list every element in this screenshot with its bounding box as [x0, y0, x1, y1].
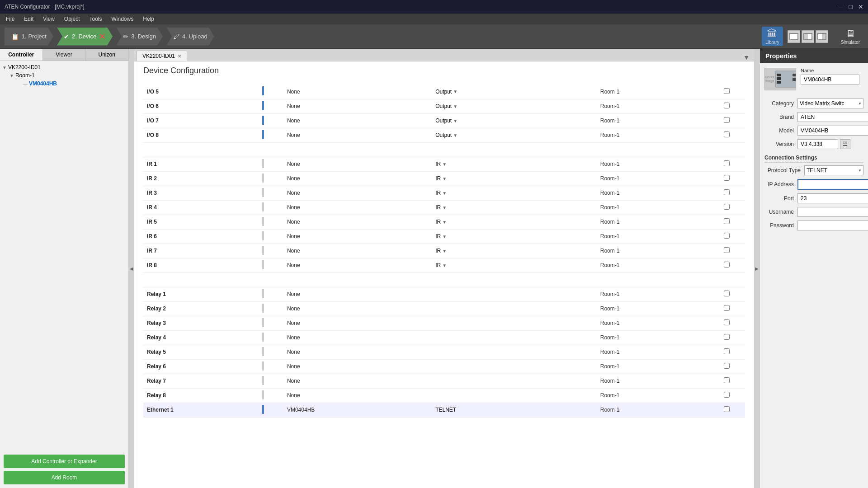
name-input[interactable]: [801, 75, 859, 84]
row-connector: [259, 171, 283, 186]
row-type: [432, 287, 597, 301]
layout-buttons: [788, 30, 828, 43]
row-type-dropdown[interactable]: ▼: [442, 249, 447, 253]
library-button[interactable]: 🏛 Library: [762, 27, 783, 46]
model-input[interactable]: [797, 126, 868, 136]
row-checkbox[interactable]: [724, 233, 730, 239]
row-room: Room-1: [597, 244, 720, 258]
connection-settings-title: Connection Settings: [764, 155, 863, 163]
row-type-dropdown[interactable]: ▼: [442, 191, 447, 196]
row-room: Room-1: [597, 345, 720, 359]
row-type-dropdown[interactable]: ▼: [453, 89, 458, 94]
row-checkbox[interactable]: [724, 291, 730, 296]
layout-button-1[interactable]: [788, 30, 800, 43]
port-row: Port: [764, 193, 863, 203]
tree-device-item[interactable]: — VM0404HB: [9, 80, 126, 88]
row-value: None: [283, 330, 432, 345]
row-checkbox[interactable]: [724, 247, 730, 253]
row-name: IR 1: [143, 157, 259, 171]
right-panel-collapse[interactable]: ▶: [754, 49, 760, 488]
row-checkbox[interactable]: [724, 160, 730, 166]
row-name: Relay 5: [143, 345, 259, 359]
step-device[interactable]: ✔ 2. Device ✕: [57, 28, 113, 46]
row-checkbox[interactable]: [724, 117, 730, 123]
tab-close-button[interactable]: ✕: [178, 54, 181, 59]
category-select-wrapper: Video Matrix Switc: [797, 99, 863, 108]
protocol-select[interactable]: TELNET: [804, 165, 863, 175]
username-input[interactable]: [797, 207, 868, 217]
upload-icon: 🖊: [173, 33, 179, 40]
row-type-dropdown[interactable]: ▼: [442, 176, 447, 181]
row-checkbox[interactable]: [724, 262, 730, 267]
row-type: IR▼: [432, 229, 597, 244]
tab-unizon[interactable]: Unizon: [85, 49, 128, 61]
row-checkbox[interactable]: [724, 363, 730, 369]
close-button[interactable]: ✕: [858, 3, 863, 10]
tab-controller[interactable]: Controller: [0, 49, 43, 61]
row-checkbox[interactable]: [724, 175, 730, 181]
row-type-dropdown[interactable]: ▼: [442, 234, 447, 239]
password-input[interactable]: [797, 221, 868, 230]
row-checkbox[interactable]: [724, 204, 730, 210]
row-checkbox[interactable]: [724, 189, 730, 195]
menu-file[interactable]: File: [2, 15, 18, 23]
tree-room-item[interactable]: ▼ Room-1: [9, 71, 126, 80]
menu-edit[interactable]: Edit: [20, 15, 37, 23]
version-menu-button[interactable]: ☰: [840, 139, 850, 149]
row-type-dropdown[interactable]: ▼: [442, 205, 447, 210]
menu-object[interactable]: Object: [61, 15, 84, 23]
row-checkbox[interactable]: [724, 348, 730, 354]
menu-tools[interactable]: Tools: [86, 15, 106, 23]
tree-device-dash: —: [23, 81, 28, 86]
minimize-button[interactable]: ─: [839, 3, 844, 10]
version-input[interactable]: [797, 139, 838, 149]
brand-input[interactable]: [797, 112, 868, 122]
row-type-dropdown[interactable]: ▼: [453, 118, 458, 123]
row-value: None: [283, 200, 432, 215]
tab-viewer[interactable]: Viewer: [43, 49, 86, 61]
layout-button-3[interactable]: [816, 30, 828, 43]
row-type-dropdown[interactable]: ▼: [442, 162, 447, 167]
row-type: [432, 301, 597, 316]
row-checkbox[interactable]: [724, 218, 730, 224]
add-controller-button[interactable]: Add Controller or Expander: [4, 455, 125, 468]
device-tab[interactable]: VK2200-ID01 ✕: [137, 51, 187, 61]
menu-view[interactable]: View: [39, 15, 58, 23]
row-checkbox[interactable]: [724, 377, 730, 383]
row-type: [432, 316, 597, 330]
tree-root[interactable]: ▼ VK2200-ID01: [2, 63, 126, 71]
row-checkbox[interactable]: [724, 131, 730, 137]
row-name: IR 8: [143, 258, 259, 272]
row-type-dropdown[interactable]: ▼: [442, 220, 447, 225]
menu-windows[interactable]: Windows: [108, 15, 137, 23]
step-project[interactable]: 📋 1. Project: [5, 28, 53, 46]
step-upload[interactable]: 🖊 4. Upload: [166, 28, 214, 46]
simulator-button[interactable]: 🖥 Simulator: [837, 27, 863, 46]
row-checkbox-cell: [720, 157, 745, 171]
ip-address-input[interactable]: [797, 179, 868, 190]
tab-dropdown-arrow[interactable]: ▼: [743, 54, 750, 61]
row-checkbox-cell: [720, 345, 745, 359]
row-type: TELNET: [432, 403, 597, 417]
category-select[interactable]: Video Matrix Switc: [797, 99, 863, 108]
menu-help[interactable]: Help: [139, 15, 158, 23]
row-type-dropdown[interactable]: ▼: [453, 133, 458, 138]
titlebar-controls[interactable]: ─ □ ✕: [839, 3, 863, 10]
row-type-dropdown[interactable]: ▼: [453, 104, 458, 109]
row-checkbox[interactable]: [724, 392, 730, 398]
row-checkbox[interactable]: [724, 88, 730, 94]
password-label: Password: [764, 222, 794, 229]
menubar: File Edit View Object Tools Windows Help: [0, 14, 868, 24]
row-checkbox[interactable]: [724, 305, 730, 311]
row-checkbox[interactable]: [724, 319, 730, 325]
sidebar-collapse-handle[interactable]: ◀: [129, 49, 134, 488]
row-type-dropdown[interactable]: ▼: [442, 263, 447, 268]
row-checkbox[interactable]: [724, 103, 730, 108]
row-checkbox[interactable]: [724, 334, 730, 340]
add-room-button[interactable]: Add Room: [4, 471, 125, 484]
step-design[interactable]: ✏ 3. Design: [116, 28, 163, 46]
maximize-button[interactable]: □: [849, 3, 853, 10]
port-input[interactable]: [797, 193, 868, 203]
row-checkbox[interactable]: [724, 406, 730, 412]
layout-button-2[interactable]: [802, 30, 814, 43]
